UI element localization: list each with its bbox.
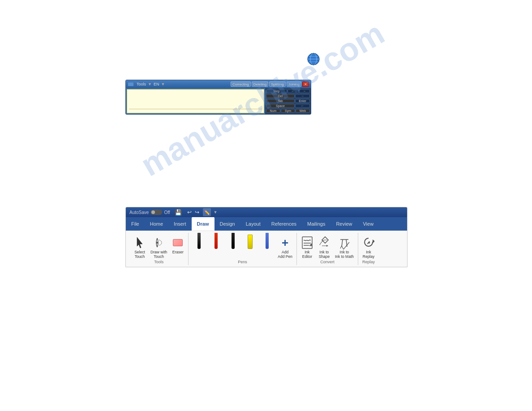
- tab-draw[interactable]: Draw: [192, 217, 215, 231]
- hwp-arrow-left-btn[interactable]: ←: [287, 89, 299, 93]
- pen-blue-icon: [261, 235, 273, 250]
- draw-with-touch-button[interactable]: Draw with Touch: [149, 235, 168, 260]
- ribbon-pen-icon[interactable]: ✏️: [203, 208, 211, 216]
- hwp-input-line: [129, 109, 262, 109]
- hwp-num-btn[interactable]: Num: [266, 109, 280, 113]
- ribbon-group-pens: + Add Add Pen Pens: [189, 233, 297, 265]
- tab-layout[interactable]: Layout: [240, 217, 266, 231]
- save-icon[interactable]: 💾: [175, 209, 182, 216]
- ribbon-autosave: AutoSave Off: [129, 210, 170, 215]
- convert-items: Ink Editor: [300, 233, 355, 260]
- svg-marker-19: [373, 240, 374, 243]
- ink-math-label2: Ink to Math: [335, 254, 354, 259]
- pen-black-icon: [193, 235, 205, 250]
- tab-insert[interactable]: Insert: [168, 217, 192, 231]
- autosave-label: AutoSave: [129, 210, 149, 215]
- ribbon-group-tools: Select Touch Draw with Touch: [129, 233, 189, 265]
- add-pen-label: Add: [282, 250, 288, 254]
- hwp-titlebar-right: Correcting Deleting Splitting Joining ✕: [231, 81, 309, 87]
- add-pen-label2: Add Pen: [278, 254, 292, 259]
- ink-editor-button[interactable]: Ink Editor: [300, 235, 315, 260]
- hwp-correcting-btn[interactable]: Correcting: [231, 81, 251, 87]
- tools-group-label: Tools: [154, 260, 163, 265]
- ribbon-group-replay: Ink Replay Replay: [358, 233, 379, 265]
- hwp-del-arrow-btn[interactable]: →: [295, 94, 310, 98]
- svg-rect-15: [322, 237, 328, 243]
- add-pen-button[interactable]: + Add Add Pen: [276, 235, 294, 260]
- hwp-sym-btn[interactable]: Sym: [281, 109, 295, 113]
- add-pen-icon: +: [279, 235, 292, 250]
- hwp-close-btn[interactable]: ✕: [302, 81, 309, 87]
- pen-red-button[interactable]: [208, 235, 223, 251]
- select-touch-button[interactable]: Select Touch: [132, 235, 147, 260]
- redo-button[interactable]: ↪: [194, 209, 200, 215]
- hwp-arrow-right-btn[interactable]: →: [299, 89, 310, 93]
- hwp-enter-btn[interactable]: Enter: [295, 99, 310, 103]
- hwp-backspace-btn[interactable]: ←: [295, 104, 310, 108]
- replay-group-label: Replay: [362, 260, 375, 265]
- ribbon-group-convert: Ink Editor: [297, 233, 358, 265]
- autosave-toggle[interactable]: [150, 210, 162, 215]
- hwp-web-btn[interactable]: Web: [296, 109, 310, 113]
- svg-marker-14: [326, 245, 328, 247]
- eraser-button[interactable]: Eraser: [170, 235, 185, 255]
- cursor-icon: [133, 235, 146, 250]
- eraser-icon: [173, 239, 183, 246]
- ribbon-menu: File Home Insert Draw Design Layout Refe…: [126, 217, 407, 231]
- ink-math-icon: [338, 235, 351, 250]
- pen-dropdown-arrow[interactable]: ▼: [214, 210, 218, 214]
- hwp-deleting-btn[interactable]: Deleting: [252, 81, 268, 87]
- hwp-panel: Tools ▼ EN ▼ Correcting Deleting Splitti…: [125, 80, 311, 115]
- hwp-input-area[interactable]: [127, 89, 264, 113]
- hwp-titlebar: Tools ▼ EN ▼ Correcting Deleting Splitti…: [126, 80, 311, 88]
- pen-blue-button[interactable]: [259, 235, 275, 251]
- tab-view[interactable]: View: [357, 217, 379, 231]
- ink-shape-label2: Shape: [319, 254, 330, 259]
- autosave-state: Off: [164, 210, 170, 215]
- tab-file[interactable]: File: [126, 217, 145, 231]
- tab-review[interactable]: Review: [330, 217, 357, 231]
- replay-items: Ink Replay: [361, 233, 376, 260]
- hwp-step-btn[interactable]: Step: [266, 89, 287, 93]
- ink-math-label: Ink to: [340, 250, 349, 254]
- hwp-joining-btn[interactable]: Joining: [287, 81, 301, 87]
- draw-touch-label2: Touch: [154, 254, 164, 259]
- ribbon-titlebar: AutoSave Off 💾 ↩ ↪ ✏️ ▼: [126, 207, 407, 217]
- pen-black-button[interactable]: [191, 235, 206, 251]
- pen-yellow-button[interactable]: [242, 235, 257, 251]
- tab-references[interactable]: References: [266, 217, 302, 231]
- pens-items: + Add Add Pen: [191, 233, 294, 260]
- windows-globe-icon: [307, 53, 320, 65]
- ink-editor-label: Ink: [305, 250, 309, 254]
- hwp-tools-button[interactable]: Tools: [137, 82, 146, 86]
- tab-home[interactable]: Home: [145, 217, 168, 231]
- tab-design[interactable]: Design: [215, 217, 240, 231]
- select-label: Select: [134, 250, 145, 254]
- ink-to-math-button[interactable]: Ink to Ink to Math: [334, 235, 355, 260]
- hwp-tab-btn[interactable]: Tab: [266, 99, 295, 103]
- convert-group-label: Convert: [320, 260, 335, 265]
- ink-replay-label2: Replay: [363, 254, 374, 259]
- undo-button[interactable]: ↩: [186, 209, 193, 215]
- ribbon-toolbar: Select Touch Draw with Touch: [126, 231, 407, 267]
- pen-yellow-icon: [244, 235, 256, 250]
- svg-point-7: [156, 242, 158, 244]
- ink-replay-button[interactable]: Ink Replay: [361, 235, 376, 260]
- ink-editor-icon: [301, 235, 313, 250]
- touch-label: Touch: [135, 254, 145, 259]
- hwp-lang-button[interactable]: EN: [154, 82, 159, 86]
- pen-dark-button[interactable]: [225, 235, 240, 251]
- hwp-body: Step ← → Del → Tab Enter Space ← Num Sym…: [126, 88, 311, 114]
- ink-shape-icon: [318, 235, 330, 250]
- ink-to-shape-button[interactable]: Ink to Shape: [317, 235, 332, 260]
- ink-replay-label: Ink: [366, 250, 371, 254]
- draw-touch-icon: [153, 235, 165, 250]
- tab-mailings[interactable]: Mailings: [302, 217, 330, 231]
- hwp-splitting-btn[interactable]: Splitting: [269, 81, 285, 87]
- hwp-del-btn[interactable]: Del: [266, 94, 295, 98]
- ribbon-undo-redo: ↩ ↪: [186, 209, 200, 215]
- ink-editor-label2: Editor: [302, 254, 312, 259]
- pen-red-icon: [210, 235, 222, 250]
- hwp-space-btn[interactable]: Space: [266, 104, 295, 108]
- hwp-app-icon: [128, 82, 134, 86]
